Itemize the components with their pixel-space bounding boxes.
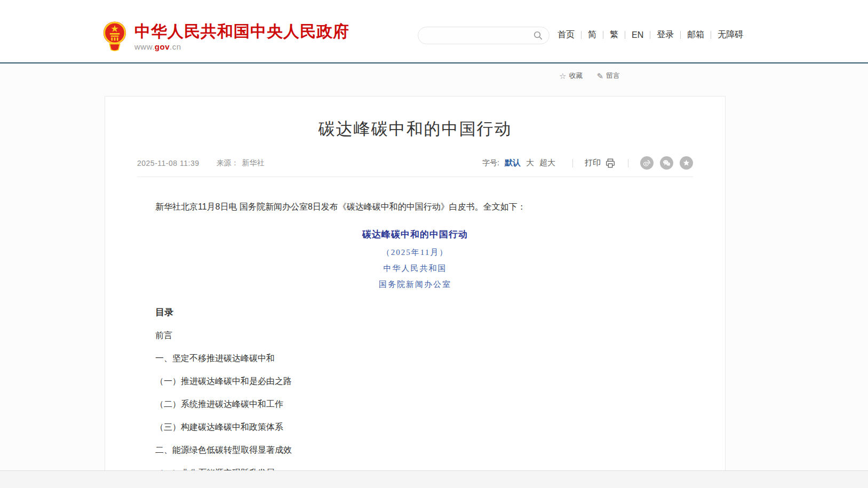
weibo-share-icon[interactable] [640,156,654,170]
fontsize-xlarge-button[interactable]: 超大 [539,158,555,168]
toc-item-1-3: （三）构建碳达峰碳中和政策体系 [155,423,675,431]
nav-separator [711,31,711,39]
message-label: 留言 [606,71,620,81]
nav-mail[interactable]: 邮箱 [687,29,704,41]
top-nav: 首页 简 繁 EN 登录 邮箱 无障碍 [558,29,743,41]
favorite-button[interactable]: ☆ 收藏 [559,71,583,81]
site-url-gov: gov [155,42,170,51]
nav-separator [680,31,681,39]
nav-separator [650,31,650,39]
document-org-line-1: 中华人民共和国 [155,264,675,273]
toc-item-preface: 前言 [155,331,675,340]
printer-icon [604,157,616,169]
nav-english[interactable]: EN [632,30,643,40]
site-url-suffix: .cn [170,42,181,51]
site-text: 中华人民共和国中央人民政府 www.gov.cn [134,20,349,51]
toc-heading: 目录 [155,308,675,317]
article-title: 碳达峰碳中和的中国行动 [105,118,725,140]
meta-separator [628,159,628,167]
search-input[interactable] [427,28,531,43]
source-label: 来源： [216,158,238,168]
article-meta-left: 2025-11-08 11:39 来源： 新华社 [137,158,264,168]
toc-item-1-1: （一）推进碳达峰碳中和是必由之路 [155,377,675,386]
toc-item-1: 一、坚定不移推进碳达峰碳中和 [155,354,675,363]
nav-accessibility[interactable]: 无障碍 [718,29,743,41]
document-heading-block: 碳达峰碳中和的中国行动 （2025年11月） 中华人民共和国 国务院新闻办公室 [155,228,675,289]
article-date: 2025-11-08 11:39 [137,159,199,167]
site-title: 中华人民共和国中央人民政府 [134,22,349,41]
print-label: 打印 [585,158,601,168]
article-meta-row: 2025-11-08 11:39 来源： 新华社 字号: 默认 大 超大 打印 [137,156,693,177]
nav-simplified[interactable]: 简 [588,29,596,41]
share-group [640,156,693,170]
lead-paragraph: 新华社北京11月8日电 国务院新闻办公室8日发布《碳达峰碳中和的中国行动》白皮书… [155,201,675,214]
print-button[interactable]: 打印 [585,157,616,169]
quick-links-bar: ☆ 收藏 ✎ 留言 [559,71,620,81]
nav-home[interactable]: 首页 [558,29,575,41]
star-outline-icon: ☆ [559,72,566,80]
article-body: 新华社北京11月8日电 国务院新闻办公室8日发布《碳达峰碳中和的中国行动》白皮书… [155,201,675,477]
document-title: 碳达峰碳中和的中国行动 [155,228,675,241]
message-button[interactable]: ✎ 留言 [596,71,620,81]
document-date-line: （2025年11月） [155,248,675,257]
search-box [418,27,550,44]
meta-separator [572,159,573,167]
document-org-line-2: 国务院新闻办公室 [155,280,675,289]
viewport-bottom-strip [0,470,868,488]
favorite-label: 收藏 [569,71,583,81]
nav-separator [581,31,582,39]
toc-item-2: 二、能源绿色低碳转型取得显著成效 [155,446,675,454]
search-icon[interactable] [533,30,543,41]
article-meta-right: 字号: 默认 大 超大 打印 [482,156,693,170]
nav-separator [625,31,625,39]
toc-item-1-2: （二）系统推进碳达峰碳中和工作 [155,400,675,409]
fontsize-default-button[interactable]: 默认 [505,158,521,168]
nav-traditional[interactable]: 繁 [610,29,618,41]
wechat-share-icon[interactable] [660,156,673,170]
national-emblem-icon [102,20,127,52]
article-card: 碳达峰碳中和的中国行动 2025-11-08 11:39 来源： 新华社 字号:… [105,96,726,488]
site-header: 中华人民共和国中央人民政府 www.gov.cn 首页 简 繁 EN 登录 邮箱 [0,0,868,63]
nav-separator [603,31,603,39]
pencil-icon: ✎ [596,72,603,80]
fontsize-large-button[interactable]: 大 [526,158,534,168]
star-share-icon[interactable] [680,156,693,170]
source-value[interactable]: 新华社 [242,158,264,168]
fontsize-label: 字号: [482,158,499,168]
page: 中华人民共和国中央人民政府 www.gov.cn 首页 简 繁 EN 登录 邮箱 [0,0,868,488]
nav-login[interactable]: 登录 [657,29,674,41]
site-logo[interactable]: 中华人民共和国中央人民政府 www.gov.cn [102,20,349,52]
site-url: www.gov.cn [134,42,349,51]
site-url-prefix: www. [134,42,155,51]
